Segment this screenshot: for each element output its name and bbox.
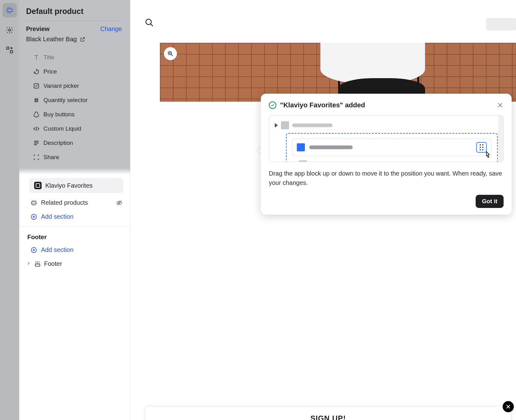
theme-sidebar: Default product Preview Change Black Lea… <box>19 0 130 420</box>
rail-settings-button[interactable] <box>2 23 17 37</box>
preview-pane: "Klaviyo Favorites" added <box>130 0 516 420</box>
app-icon <box>34 182 42 189</box>
banner-close-button[interactable] <box>503 401 514 412</box>
block-label: Custom Liquid <box>43 125 81 132</box>
hidden-icon <box>116 199 123 206</box>
block-label: Variant picker <box>43 83 79 89</box>
sidebar-header: Default product Preview Change Black Lea… <box>19 0 130 48</box>
icon-rail <box>0 0 19 420</box>
code-icon <box>33 125 40 132</box>
banner-title: SIGN UP! <box>145 414 511 420</box>
rail-sections-button[interactable] <box>2 3 17 17</box>
variant-icon <box>33 83 40 89</box>
zoom-button[interactable] <box>164 47 177 60</box>
text-icon <box>33 54 40 61</box>
block-share[interactable]: Share <box>19 150 130 164</box>
success-check-icon <box>269 101 276 109</box>
hash-icon <box>33 97 40 104</box>
rail-apps-button[interactable] <box>2 43 17 57</box>
block-quantity[interactable]: Quantity selector <box>19 93 130 107</box>
got-it-button[interactable]: Got it <box>476 195 504 208</box>
app-block-klaviyo[interactable]: Klaviyo Favorites <box>29 178 123 193</box>
svg-rect-6 <box>32 202 36 204</box>
svg-rect-0 <box>7 9 12 12</box>
sidebar-bottom: Klaviyo Favorites Related products Add s… <box>19 174 130 420</box>
divider <box>19 226 130 227</box>
cart-icon <box>33 111 40 118</box>
cursor-icon <box>483 150 493 162</box>
block-label: Quantity selector <box>43 97 88 104</box>
popover-close-button[interactable] <box>497 102 504 109</box>
svg-rect-10 <box>35 264 40 266</box>
add-section-footer-button[interactable]: Add section <box>19 243 130 257</box>
storefront-search-icon[interactable] <box>145 18 154 29</box>
footer-section-row[interactable]: Footer <box>19 257 130 270</box>
block-variant[interactable]: Variant picker <box>19 79 130 93</box>
svg-point-1 <box>9 29 11 31</box>
svg-point-11 <box>146 19 152 25</box>
plus-circle-icon <box>30 213 37 220</box>
lines-icon <box>33 140 40 146</box>
block-price[interactable]: $ Price <box>19 65 130 79</box>
svg-text:$: $ <box>34 71 36 74</box>
section-related-products[interactable]: Related products <box>19 196 130 209</box>
section-icon <box>30 199 37 206</box>
block-label: Buy buttons <box>43 111 75 118</box>
blocks-list: Title $ Price Variant picker Quantity se… <box>19 48 130 168</box>
price-icon: $ <box>33 68 40 75</box>
block-buy[interactable]: Buy buttons <box>19 107 130 122</box>
signup-banner: SIGN UP! <box>145 406 512 420</box>
block-liquid[interactable]: Custom Liquid <box>19 122 130 136</box>
block-label: Share <box>43 154 59 161</box>
divider <box>26 21 122 21</box>
app-block-label: Klaviyo Favorites <box>45 182 93 189</box>
plus-circle-icon <box>30 247 37 253</box>
share-icon <box>33 154 40 161</box>
onboarding-popover: "Klaviyo Favorites" added <box>261 94 512 215</box>
popover-title: "Klaviyo Favorites" added <box>280 101 493 109</box>
preview-product-name: Black Leather Bag <box>26 36 77 43</box>
row-label: Related products <box>41 199 88 206</box>
block-description[interactable]: Description <box>19 136 130 150</box>
preview-label: Preview <box>26 25 50 33</box>
chevron-right-icon <box>26 260 31 267</box>
product-image[interactable] <box>160 43 516 102</box>
gradient <box>19 168 130 174</box>
drag-illustration <box>269 115 504 162</box>
svg-rect-2 <box>7 47 9 49</box>
block-label: Title <box>43 54 54 61</box>
block-title[interactable]: Title <box>19 50 130 65</box>
add-section-label: Add section <box>41 246 74 253</box>
logo-placeholder <box>486 18 516 30</box>
footer-row-label: Footer <box>44 260 62 267</box>
block-label: Price <box>43 68 57 75</box>
block-label: Description <box>43 140 73 146</box>
svg-rect-3 <box>10 51 13 53</box>
external-link-icon <box>80 37 85 42</box>
change-link[interactable]: Change <box>100 25 122 33</box>
add-section-button[interactable]: Add section <box>19 209 130 224</box>
preview-product[interactable]: Black Leather Bag <box>26 36 122 48</box>
page-title: Default product <box>26 7 122 16</box>
add-section-label: Add section <box>41 213 74 220</box>
section-footer-icon <box>34 261 41 267</box>
footer-heading: Footer <box>19 229 130 243</box>
popover-description: Drag the app block up or down to move it… <box>269 169 504 187</box>
